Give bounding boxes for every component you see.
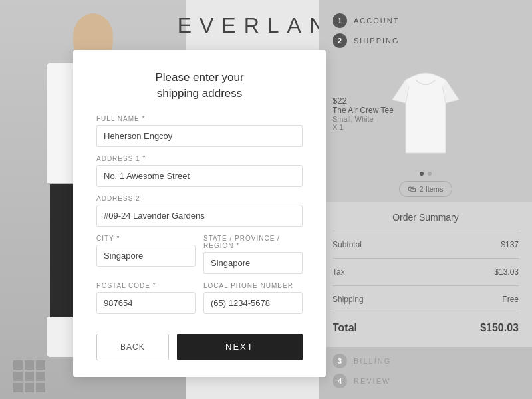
shipping-row: Shipping Free xyxy=(332,291,519,307)
items-badge-text: 2 Items xyxy=(419,185,443,193)
shipping-value: Free xyxy=(502,295,519,304)
step-4-label: REVIEW xyxy=(354,377,390,385)
subtotal-label: Subtotal xyxy=(332,240,362,249)
step-4-circle: 4 xyxy=(332,374,347,388)
postal-field-group: POSTAL CODE * xyxy=(96,282,196,314)
state-input[interactable] xyxy=(203,252,303,274)
back-button[interactable]: BACK xyxy=(96,334,169,360)
address2-input[interactable] xyxy=(96,205,303,227)
address1-field-group: ADDRESS 1 * xyxy=(96,155,303,187)
product-quantity: X 1 xyxy=(332,123,394,131)
product-name: The Air Crew Tee xyxy=(332,106,394,115)
divider-4 xyxy=(332,313,519,313)
postal-input[interactable] xyxy=(96,292,196,314)
step-shipping: 2 SHIPPING xyxy=(332,33,519,48)
step-billing: 3 BILLING xyxy=(332,354,519,368)
dot-2 xyxy=(428,172,432,176)
bag-icon: 🛍 xyxy=(408,184,416,194)
step-3-label: BILLING xyxy=(354,357,391,365)
address2-field-group: ADDRESS 2 xyxy=(96,195,303,227)
step-1-circle: 1 xyxy=(332,13,347,28)
product-info: $22 The Air Crew Tee Small, White X 1 xyxy=(332,96,394,131)
state-field-group: STATE / PROVINCE / REGION * xyxy=(203,235,303,274)
step-3-circle: 3 xyxy=(332,354,347,368)
dot-indicators xyxy=(319,172,532,176)
city-field-group: CITY * xyxy=(96,235,196,274)
next-button[interactable]: NEXT xyxy=(177,334,303,360)
right-panel: 1 ACCOUNT 2 SHIPPING $22 The Air Crew Te… xyxy=(319,0,532,399)
subtotal-value: $137 xyxy=(501,240,519,249)
tax-value: $13.03 xyxy=(494,267,519,277)
address1-input[interactable] xyxy=(96,165,303,187)
city-input[interactable] xyxy=(96,245,196,267)
tshirt-image xyxy=(386,66,466,160)
step-2-circle: 2 xyxy=(332,33,347,48)
phone-field-group: LOCAL PHONE NUMBER xyxy=(203,282,303,314)
postal-phone-row: POSTAL CODE * LOCAL PHONE NUMBER xyxy=(96,282,303,322)
shipping-label: Shipping xyxy=(332,295,364,304)
postal-label: POSTAL CODE * xyxy=(96,282,196,289)
shipping-form: Please enter your shipping address FULL … xyxy=(73,50,326,377)
product-image-area: $22 The Air Crew Tee Small, White X 1 xyxy=(319,60,532,166)
address1-label: ADDRESS 1 * xyxy=(96,155,303,162)
watermark xyxy=(13,360,45,392)
total-value: $150.03 xyxy=(480,322,519,334)
form-title: Please enter your shipping address xyxy=(96,70,303,102)
address2-label: ADDRESS 2 xyxy=(96,195,303,202)
order-summary-title: Order Summary xyxy=(332,212,519,223)
phone-input[interactable] xyxy=(203,292,303,314)
city-state-row: CITY * STATE / PROVINCE / REGION * xyxy=(96,235,303,282)
total-label: Total xyxy=(332,322,357,334)
state-label: STATE / PROVINCE / REGION * xyxy=(203,235,303,249)
divider-2 xyxy=(332,258,519,259)
steps-area: 1 ACCOUNT 2 SHIPPING xyxy=(319,0,532,60)
divider-3 xyxy=(332,285,519,286)
tax-label: Tax xyxy=(332,267,345,277)
full-name-field-group: FULL NAME * xyxy=(96,115,303,147)
step-2-label: SHIPPING xyxy=(354,37,400,45)
product-price: $22 xyxy=(332,96,394,106)
step-review: 4 REVIEW xyxy=(332,374,519,388)
order-summary: Order Summary Subtotal $137 Tax $13.03 S… xyxy=(319,202,532,347)
dot-1 xyxy=(420,172,424,176)
step-1-label: ACCOUNT xyxy=(354,17,399,25)
items-badge[interactable]: 🛍 2 Items xyxy=(399,181,452,197)
full-name-input[interactable] xyxy=(96,125,303,147)
step-account: 1 ACCOUNT xyxy=(332,13,519,28)
product-variant: Small, White xyxy=(332,115,394,123)
tax-row: Tax $13.03 xyxy=(332,264,519,280)
full-name-label: FULL NAME * xyxy=(96,115,303,122)
total-row: Total $150.03 xyxy=(332,319,519,337)
form-actions: BACK NEXT xyxy=(96,334,303,360)
divider-1 xyxy=(332,231,519,231)
subtotal-row: Subtotal $137 xyxy=(332,237,519,253)
phone-label: LOCAL PHONE NUMBER xyxy=(203,282,303,289)
city-label: CITY * xyxy=(96,235,196,242)
